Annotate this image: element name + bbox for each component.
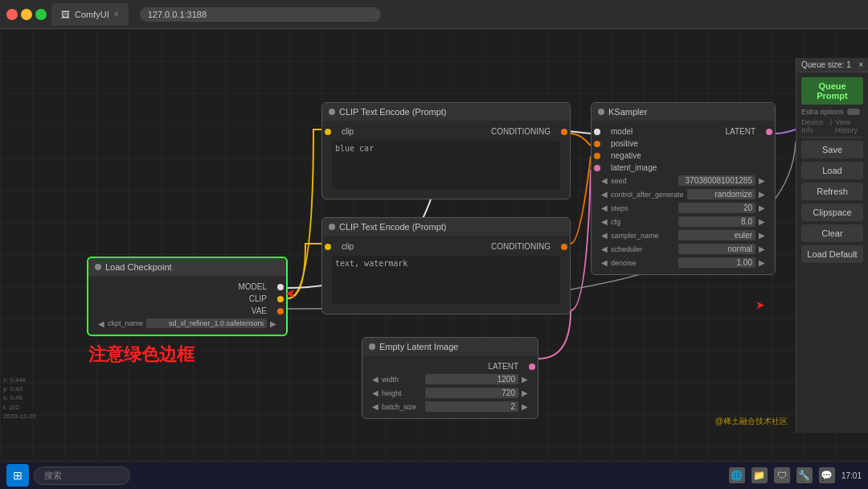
clip1-prompt-input[interactable]: blue car: [332, 141, 560, 189]
port-dot-model: [277, 284, 284, 290]
clear-button[interactable]: Clear: [801, 224, 863, 242]
port-clip2-in: clip CONDITIONING: [329, 240, 563, 253]
param-width: ◀ width 1200 ▶: [369, 372, 531, 386]
load-checkpoint-node: Load Checkpoint MODEL CLIP VAE ◀ ckpt_na…: [87, 257, 288, 336]
right-panel: Queue size: 1 × Queue Prompt Extra optio…: [796, 58, 868, 433]
search-placeholder: 搜索: [44, 471, 62, 480]
control-value: randomize: [687, 189, 755, 199]
height-value: 720: [425, 388, 518, 398]
port-ksampler-positive: positive: [598, 138, 768, 150]
clip2-text-area: text, watermark: [329, 253, 563, 309]
tab-label: ComfyUI: [75, 10, 109, 19]
port-vae: VAE: [95, 305, 280, 317]
ksampler-node: KSampler model LATENT positive negative …: [591, 102, 776, 275]
port-clip: CLIP: [95, 293, 280, 305]
panel-divider-1: [801, 137, 863, 138]
node-title-checkpoint: Load Checkpoint: [105, 262, 172, 272]
tab-close[interactable]: ×: [114, 10, 119, 18]
taskbar: ⊞ 搜索 🌐 📁 🛡 🔧 💬 17:01: [0, 461, 868, 489]
view-history-link[interactable]: View History: [835, 118, 863, 134]
close-btn[interactable]: [6, 9, 18, 20]
sampler-value: euler: [678, 230, 755, 240]
node-header-checkpoint: Load Checkpoint: [88, 258, 286, 276]
save-button[interactable]: Save: [801, 141, 863, 158]
browser-tab[interactable]: 🖼 ComfyUI ×: [51, 3, 129, 26]
watermark: @稀土融合技术社区: [715, 416, 788, 427]
seed-value: 370380081001285: [678, 175, 755, 186]
load-button[interactable]: Load: [801, 162, 863, 179]
port-model: MODEL: [95, 281, 280, 293]
node-body-ksampler: model LATENT positive negative latent_im…: [592, 121, 775, 274]
device-info-link[interactable]: Device Info: [801, 118, 827, 134]
node-body-latent: LATENT ◀ width 1200 ▶ ◀ height 720 ▶ ◀ b…: [362, 355, 538, 418]
taskbar-icon-1[interactable]: 🌐: [729, 467, 745, 483]
red-arrow-1: ➤: [285, 286, 296, 302]
param-seed: ◀ seed 370380081001285 ▶: [598, 174, 768, 187]
refresh-button[interactable]: Refresh: [801, 183, 863, 200]
node-header-clip2: CLIP Text Encode (Prompt): [322, 218, 570, 236]
node-header-ksampler: KSampler: [592, 103, 775, 121]
node-body-checkpoint: MODEL CLIP VAE ◀ ckpt_name sd_xl_refiner…: [88, 276, 286, 335]
clip-text-encode-2-node: CLIP Text Encode (Prompt) clip CONDITION…: [321, 217, 571, 314]
canvas-area: Load Checkpoint MODEL CLIP VAE ◀ ckpt_na…: [0, 29, 868, 461]
panel-header: Queue size: 1 ×: [796, 58, 868, 72]
param-sampler: ◀ sampler_name euler ▶: [598, 228, 768, 242]
max-btn[interactable]: [35, 9, 47, 20]
taskbar-time: 17:01: [841, 471, 862, 481]
taskbar-search[interactable]: 搜索: [34, 466, 130, 485]
extra-options-label: Extra options: [801, 108, 844, 116]
clip2-prompt-input[interactable]: text, watermark: [332, 256, 560, 304]
start-icon: ⊞: [13, 469, 23, 482]
node-title-clip2: CLIP Text Encode (Prompt): [339, 222, 447, 232]
port-dot-clip: [277, 296, 284, 302]
scheduler-value: normal: [678, 244, 755, 254]
clipspace-button[interactable]: Clipspace: [801, 203, 863, 221]
node-body-clip2: clip CONDITIONING text, watermark: [322, 236, 570, 314]
denoise-value: 1.00: [678, 257, 755, 268]
clip1-text-area: blue car: [329, 138, 563, 194]
cfg-value: 8.0: [678, 216, 755, 227]
taskbar-icon-3[interactable]: 🛡: [774, 467, 790, 483]
address-bar[interactable]: 127.0.0.1:3188: [140, 7, 381, 22]
queue-size-label: Queue size: 1: [801, 60, 851, 69]
load-default-button[interactable]: Load Default: [801, 245, 863, 263]
browser-controls: [6, 9, 47, 20]
node-status-dot: [95, 264, 101, 270]
extra-options-row: Extra options: [796, 106, 868, 117]
node-title-ksampler: KSampler: [608, 107, 647, 117]
queue-prompt-button[interactable]: Queue Prompt: [801, 77, 863, 105]
port-ksampler-latent: latent_image: [598, 162, 768, 174]
taskbar-icon-2[interactable]: 📁: [751, 467, 768, 483]
extra-options-toggle[interactable]: [847, 109, 860, 115]
browser-chrome: 🖼 ComfyUI × 127.0.0.1:3188: [0, 0, 868, 29]
node-body-clip1: clip CONDITIONING blue car: [322, 121, 570, 199]
ckpt-name-value: sd_xl_refiner_1.0.safetensors: [146, 318, 267, 328]
view-links-row: Device Info | View History: [796, 117, 868, 135]
param-batch: ◀ batch_size 2 ▶: [369, 400, 531, 413]
port-ksampler-model: model LATENT: [598, 125, 768, 138]
batch-value: 2: [425, 401, 518, 412]
node-header-clip1: CLIP Text Encode (Prompt): [322, 103, 570, 121]
port-ksampler-negative: negative: [598, 150, 768, 162]
steps-value: 20: [678, 203, 755, 213]
param-denoise: ◀ denoise 1.00 ▶: [598, 256, 768, 269]
taskbar-icon-5[interactable]: 💬: [819, 467, 835, 483]
start-button[interactable]: ⊞: [6, 464, 29, 487]
param-steps: ◀ steps 20 ▶: [598, 201, 768, 215]
node-header-latent: Empty Latent Image: [362, 338, 538, 355]
taskbar-icon-4[interactable]: 🔧: [796, 467, 813, 483]
param-ckpt: ◀ ckpt_name sd_xl_refiner_1.0.safetensor…: [95, 317, 280, 330]
param-cfg: ◀ cfg 8.0 ▶: [598, 215, 768, 228]
param-control: ◀ control_after_generate randomize ▶: [598, 187, 768, 201]
node-title-clip1: CLIP Text Encode (Prompt): [339, 107, 447, 117]
taskbar-icons: 🌐 📁 🛡 🔧 💬 17:01: [729, 467, 862, 483]
min-btn[interactable]: [21, 9, 32, 20]
param-height: ◀ height 720 ▶: [369, 386, 531, 400]
width-value: 1200: [425, 374, 518, 384]
red-arrow-2: ➤: [755, 298, 765, 311]
port-latent-out: LATENT: [369, 360, 531, 372]
empty-latent-node: Empty Latent Image LATENT ◀ width 1200 ▶…: [362, 337, 538, 419]
port-clip1-in: clip CONDITIONING: [329, 125, 563, 138]
panel-close[interactable]: ×: [858, 60, 863, 69]
annotation-text: 注意绿色边框: [88, 343, 194, 367]
